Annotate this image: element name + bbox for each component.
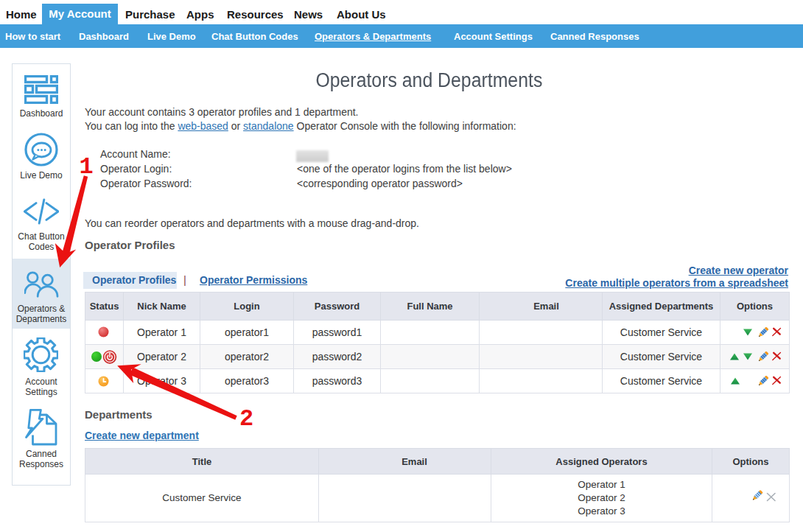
svg-text:1: 1: [80, 153, 94, 181]
svg-text:2: 2: [239, 405, 253, 433]
